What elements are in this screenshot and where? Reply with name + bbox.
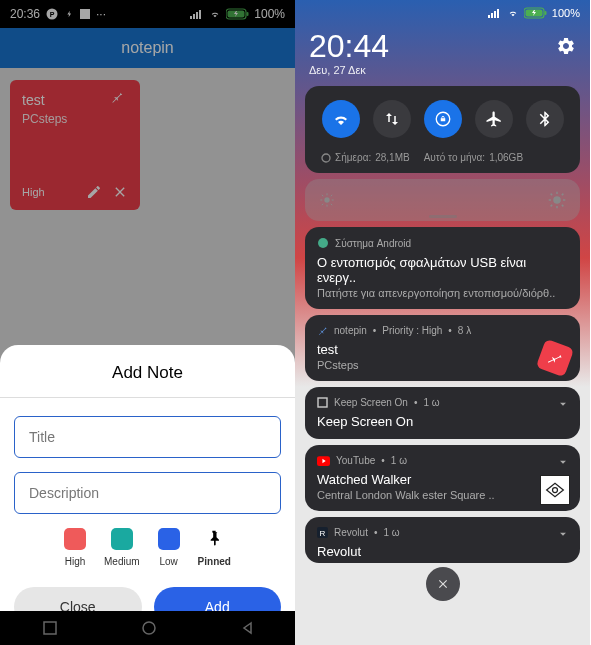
ns-header: 20:44 Δευ, 27 Δεκ	[295, 26, 590, 86]
square-icon	[317, 397, 328, 408]
svg-rect-14	[494, 11, 496, 18]
svg-point-21	[324, 197, 329, 202]
notif-youtube[interactable]: YouTube • 1 ω Watched Walker Central Lon…	[305, 445, 580, 511]
svg-text:R: R	[320, 529, 326, 538]
brightness-slider[interactable]	[305, 179, 580, 221]
priority-medium[interactable]: Medium	[104, 528, 140, 567]
status-bar: 100%	[295, 0, 590, 26]
clock-date: Δευ, 27 Δεκ	[309, 64, 389, 76]
qs-bluetooth[interactable]	[526, 100, 564, 138]
drag-handle[interactable]	[429, 215, 457, 218]
svg-rect-10	[44, 622, 56, 634]
svg-rect-24	[318, 398, 327, 407]
qs-airplane[interactable]	[475, 100, 513, 138]
swatch-high	[64, 528, 86, 550]
divider	[0, 397, 295, 398]
svg-rect-13	[491, 13, 493, 18]
chevron-down-icon[interactable]	[556, 397, 570, 411]
brightness-low-icon	[319, 192, 335, 208]
add-note-sheet: Add Note Title Description High Medium L…	[0, 345, 295, 645]
svg-point-26	[553, 488, 558, 493]
svg-point-22	[553, 196, 561, 204]
notif-revolut[interactable]: R Revolut • 1 ω Revolut	[305, 517, 580, 563]
wifi-icon	[506, 8, 520, 18]
battery-pct: 100%	[552, 7, 580, 19]
chevron-down-icon[interactable]	[556, 455, 570, 469]
gear-icon[interactable]	[556, 36, 576, 56]
revolut-icon: R	[317, 527, 328, 538]
clock-time: 20:44	[309, 30, 389, 62]
home-icon[interactable]	[142, 621, 156, 635]
notif-android-system[interactable]: Σύστημα Android Ο εντοπισμός σφαλμάτων U…	[305, 227, 580, 309]
description-input[interactable]: Description	[14, 472, 281, 514]
notif-notepin[interactable]: notepin • Priority : High • 8 λ test PCs…	[305, 315, 580, 381]
svg-rect-15	[497, 9, 499, 18]
right-phone: 100% 20:44 Δευ, 27 Δεκ Σήμερα: 28,1MB Αυ…	[295, 0, 590, 645]
priority-low[interactable]: Low	[158, 528, 180, 567]
swatch-low	[158, 528, 180, 550]
svg-rect-12	[488, 15, 490, 18]
sheet-title: Add Note	[14, 363, 281, 397]
qs-lock[interactable]	[424, 100, 462, 138]
priority-selector: High Medium Low Pinned	[14, 528, 281, 567]
notif-keep-screen-on[interactable]: Keep Screen On • 1 ω Keep Screen On	[305, 387, 580, 439]
android-icon	[317, 237, 329, 249]
pin-icon	[317, 325, 328, 336]
quick-settings: Σήμερα: 28,1MB Αυτό το μήνα: 1,06GB	[305, 86, 580, 173]
priority-pinned[interactable]: Pinned	[198, 528, 231, 567]
eye-badge	[540, 475, 570, 505]
priority-high[interactable]: High	[64, 528, 86, 567]
clear-all-button[interactable]	[426, 567, 460, 601]
qs-data[interactable]	[373, 100, 411, 138]
left-phone: 20:36 P ··· 100% notepin test PCsteps Hi…	[0, 0, 295, 645]
qs-wifi[interactable]	[322, 100, 360, 138]
title-input[interactable]: Title	[14, 416, 281, 458]
pin-icon	[204, 528, 224, 550]
chevron-down-icon[interactable]	[556, 527, 570, 541]
recents-icon[interactable]	[43, 621, 57, 635]
qs-data-usage: Σήμερα: 28,1MB Αυτό το μήνα: 1,06GB	[315, 148, 570, 163]
signal-icon	[488, 8, 502, 18]
nav-bar	[0, 611, 295, 645]
battery-icon	[524, 7, 548, 19]
svg-point-11	[143, 622, 155, 634]
svg-rect-18	[544, 11, 546, 15]
back-icon[interactable]	[241, 621, 253, 635]
swatch-medium	[111, 528, 133, 550]
svg-point-20	[322, 154, 330, 162]
youtube-icon	[317, 456, 330, 466]
brightness-high-icon	[548, 191, 566, 209]
svg-point-23	[318, 238, 328, 248]
circle-icon	[321, 153, 331, 163]
